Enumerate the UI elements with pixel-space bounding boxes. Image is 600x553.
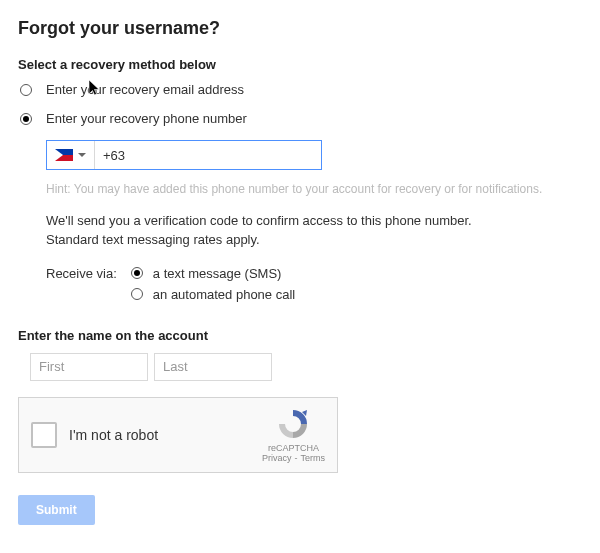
recaptcha-widget: I'm not a robot reCAPTCHA Privacy - Term… — [18, 397, 338, 473]
verification-info-line2: Standard text messaging rates apply. — [46, 232, 260, 247]
chevron-down-icon — [78, 153, 86, 157]
phone-input-group — [46, 140, 322, 170]
receive-option-sms[interactable]: a text message (SMS) — [131, 266, 295, 281]
first-name-input[interactable] — [30, 353, 148, 381]
phone-hint: Hint: You may have added this phone numb… — [46, 182, 582, 196]
verification-info: We'll send you a verification code to co… — [46, 212, 582, 250]
receive-option-sms-label: a text message (SMS) — [153, 266, 282, 281]
country-picker[interactable] — [47, 141, 95, 169]
account-name-label: Enter the name on the account — [18, 328, 582, 343]
recovery-option-email[interactable]: Enter your recovery email address — [20, 82, 582, 97]
submit-button[interactable]: Submit — [18, 495, 95, 525]
recaptcha-brand-text: reCAPTCHA — [268, 443, 319, 453]
recaptcha-icon — [276, 407, 310, 441]
recovery-option-email-label: Enter your recovery email address — [46, 82, 244, 97]
flag-icon — [55, 149, 73, 161]
radio-icon[interactable] — [20, 84, 32, 96]
radio-icon[interactable] — [131, 288, 143, 300]
verification-info-line1: We'll send you a verification code to co… — [46, 213, 472, 228]
page-title: Forgot your username? — [18, 18, 582, 39]
radio-icon[interactable] — [131, 267, 143, 279]
recaptcha-terms-link[interactable]: Terms — [301, 453, 326, 463]
receive-option-call[interactable]: an automated phone call — [131, 287, 295, 302]
recovery-method-label: Select a recovery method below — [18, 57, 582, 72]
receive-option-call-label: an automated phone call — [153, 287, 295, 302]
recaptcha-checkbox[interactable] — [31, 422, 57, 448]
receive-via-label: Receive via: — [46, 266, 117, 281]
last-name-input[interactable] — [154, 353, 272, 381]
phone-input[interactable] — [95, 141, 321, 169]
recovery-option-phone-label: Enter your recovery phone number — [46, 111, 247, 126]
recaptcha-privacy-link[interactable]: Privacy — [262, 453, 292, 463]
recaptcha-label: I'm not a robot — [69, 427, 250, 443]
recovery-option-phone[interactable]: Enter your recovery phone number — [20, 111, 582, 126]
radio-icon[interactable] — [20, 113, 32, 125]
